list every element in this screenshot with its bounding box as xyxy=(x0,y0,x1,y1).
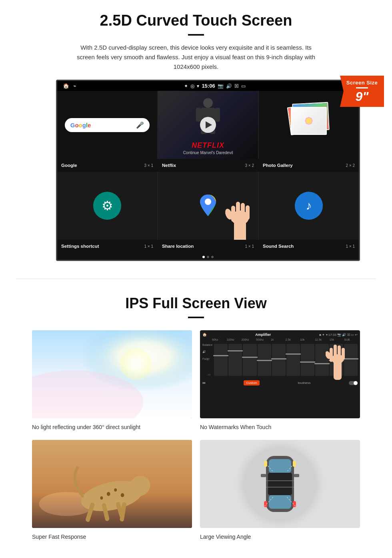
settings-icon-wrapper: ⚙ xyxy=(93,192,121,220)
app-grid-row1: Google 🎤 xyxy=(57,91,359,159)
section1-title: 2.5D Curved Touch Screen xyxy=(24,12,368,29)
bluetooth-icon: ✦ xyxy=(184,83,188,89)
page-dots xyxy=(57,253,359,260)
netflix-overlay: NETFLIX Continue Marvel's Daredevil xyxy=(158,137,258,159)
svg-point-11 xyxy=(205,199,211,205)
maps-icon xyxy=(195,193,221,219)
status-left: 🏠 ⌁ xyxy=(63,83,76,89)
amp-custom-btn[interactable]: Custom xyxy=(244,380,260,385)
amp-header: 🏠 Amplifier ■ ✦ ▾ 17:33 📷 🔊 ☒ ▭ ↩ xyxy=(202,333,358,337)
svg-rect-16 xyxy=(241,203,245,220)
amplifier-image: 🏠 Amplifier ■ ✦ ▾ 17:33 📷 🔊 ☒ ▭ ↩ 60hz10… xyxy=(200,330,360,418)
svg-point-33 xyxy=(107,492,110,496)
amp-loudness-toggle[interactable] xyxy=(349,381,358,385)
svg-line-54 xyxy=(287,460,297,472)
gear-icon: ⚙ xyxy=(102,198,113,213)
viewing-angle-arrows xyxy=(200,440,360,528)
app-label-row2: Settings shortcut 1 × 1 Share location 1… xyxy=(57,240,359,253)
section1-description: With 2.5D curved-display screen, this de… xyxy=(76,43,316,72)
settings-app-cell[interactable]: ⚙ xyxy=(57,172,157,240)
svg-rect-26 xyxy=(338,345,341,360)
screen-size-badge: Screen Size 9" xyxy=(340,76,384,107)
car-image xyxy=(200,440,360,528)
car-image-box xyxy=(200,440,360,528)
features-grid: No light reflecting under 360° direct su… xyxy=(24,330,368,542)
section2: IPS Full Screen View xyxy=(0,291,392,554)
status-center: ✦ ◎ ▾ 15:06 📷 🔊 ☒ ▭ xyxy=(184,83,245,89)
netflix-app-content: NETFLIX Continue Marvel's Daredevil xyxy=(158,91,258,159)
svg-rect-25 xyxy=(334,345,337,360)
home-icon[interactable]: 🏠 xyxy=(63,83,69,89)
app-grid-row2: ⚙ xyxy=(57,172,359,240)
sound-icon-wrapper: ♪ xyxy=(295,192,323,220)
google-app-size: 3 × 1 xyxy=(144,163,153,168)
share-app-size: 1 × 1 xyxy=(245,244,254,249)
badge-size: 9" xyxy=(346,90,378,103)
status-bar: 🏠 ⌁ ✦ ◎ ▾ 15:06 📷 🔊 ☒ ▭ xyxy=(57,81,359,91)
hand-touch-icon xyxy=(326,340,350,380)
page-dot-2[interactable] xyxy=(207,256,209,258)
settings-app-name: Settings shortcut xyxy=(61,244,99,249)
feature-car: Large Viewing Angle xyxy=(200,440,360,542)
location-icon: ◎ xyxy=(190,83,194,89)
hand-pointing-icon xyxy=(220,188,258,240)
amp-time: 17:33 xyxy=(328,333,336,337)
section-divider xyxy=(16,279,376,279)
volume-icon: 🔊 xyxy=(226,83,232,89)
google-app-name: Google xyxy=(61,163,77,168)
svg-point-0 xyxy=(203,98,213,108)
svg-line-56 xyxy=(287,497,297,508)
feature-cheetah: Super Fast Response xyxy=(32,440,192,542)
svg-line-55 xyxy=(263,497,273,508)
cheetah-illustration xyxy=(32,440,192,528)
amp-title: Amplifier xyxy=(255,333,271,337)
page-dot-1[interactable] xyxy=(202,256,205,258)
battery-icon: ☒ xyxy=(234,83,239,89)
app-label-row1: Google 3 × 1 Netflix 3 × 2 Photo Gallery… xyxy=(57,159,359,172)
sunlight-image-box xyxy=(32,330,192,418)
settings-app-content: ⚙ xyxy=(57,172,157,240)
google-search-bar[interactable]: Google 🎤 xyxy=(65,118,150,132)
netflix-app-size: 3 × 2 xyxy=(245,163,254,168)
feature-amplifier: 🏠 Amplifier ■ ✦ ▾ 17:33 📷 🔊 ☒ ▭ ↩ 60hz10… xyxy=(200,330,360,432)
section1: 2.5D Curved Touch Screen With 2.5D curve… xyxy=(0,0,392,267)
page-dot-3[interactable] xyxy=(211,256,214,258)
amplifier-caption: No Watermarks When Touch xyxy=(200,422,360,432)
car-caption: Large Viewing Angle xyxy=(200,532,360,542)
camera-icon: 📷 xyxy=(218,83,224,89)
badge-label: Screen Size xyxy=(346,80,378,86)
google-app-cell[interactable]: Google 🎤 xyxy=(57,91,157,159)
cheetah-image-box xyxy=(32,440,192,528)
mic-icon[interactable]: 🎤 xyxy=(136,121,144,129)
screen-wrapper: Screen Size 9" 🏠 ⌁ ✦ ◎ ▾ 15:06 📷 🔊 ☒ xyxy=(56,80,368,261)
svg-line-53 xyxy=(263,460,273,472)
netflix-logo: NETFLIX xyxy=(162,141,254,150)
android-screen: 🏠 ⌁ ✦ ◎ ▾ 15:06 📷 🔊 ☒ ▭ xyxy=(56,80,360,261)
sunlight-caption: No light reflecting under 360° direct su… xyxy=(32,422,192,432)
svg-point-36 xyxy=(100,496,103,500)
sound-label: Sound Search 1 × 1 xyxy=(259,242,359,250)
svg-rect-27 xyxy=(342,348,345,360)
netflix-label: Netflix 3 × 2 xyxy=(158,161,258,169)
sound-app-name: Sound Search xyxy=(263,244,294,249)
netflix-app-cell[interactable]: NETFLIX Continue Marvel's Daredevil xyxy=(158,91,258,159)
usb-icon: ⌁ xyxy=(73,83,76,89)
cheetah-image xyxy=(32,440,192,528)
wifi-icon: ▾ xyxy=(197,83,199,89)
netflix-app-name: Netflix xyxy=(162,163,176,168)
badge-divider xyxy=(356,87,368,88)
amp-loudness-label: loudness xyxy=(298,381,311,385)
gallery-stack xyxy=(285,101,333,149)
amplifier-image-box: 🏠 Amplifier ■ ✦ ▾ 17:33 📷 🔊 ☒ ▭ ↩ 60hz10… xyxy=(200,330,360,418)
netflix-subtitle: Continue Marvel's Daredevil xyxy=(162,151,254,155)
amp-icons: ■ ✦ ▾ 17:33 📷 🔊 ☒ ▭ ↩ xyxy=(319,333,358,337)
cheetah-caption: Super Fast Response xyxy=(32,532,192,542)
share-location-app-cell[interactable] xyxy=(158,172,258,240)
sound-app-content: ♪ xyxy=(259,172,359,240)
play-button[interactable] xyxy=(200,117,216,133)
section1-underline xyxy=(188,34,204,36)
settings-label: Settings shortcut 1 × 1 xyxy=(57,242,157,250)
gallery-app-name: Photo Gallery xyxy=(263,163,293,168)
play-triangle-icon xyxy=(206,121,212,128)
sound-search-app-cell[interactable]: ♪ xyxy=(259,172,359,240)
